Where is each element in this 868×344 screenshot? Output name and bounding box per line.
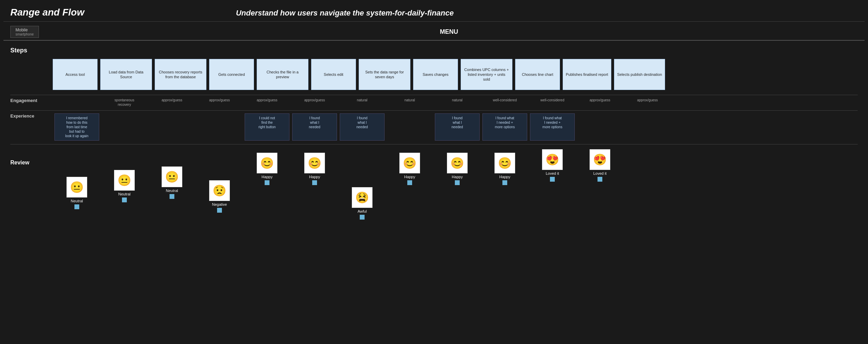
- divider-1: [10, 95, 858, 95]
- engagement-cell-5: approx/guess: [292, 98, 337, 107]
- engagement-cells: spontaneous recovery approx/guess approx…: [54, 98, 858, 107]
- review-cell-3: 😟 Negative: [197, 180, 242, 220]
- tab-mobile-label: Mobile: [16, 28, 34, 32]
- review-cell-8: 😊 Happy: [435, 153, 480, 220]
- experience-row: Experience I remembered how to do this f…: [10, 113, 858, 141]
- experience-cell-9: I found what I needed + more options: [482, 113, 527, 141]
- engagement-row: Engagement spontaneous recovery approx/g…: [10, 98, 858, 107]
- experience-cell-5: I found what I needed: [292, 113, 337, 141]
- engagement-cell-12: approx/guess: [625, 98, 670, 107]
- emoji-10: 😍: [542, 149, 563, 170]
- emoji-indicator-2: [170, 194, 174, 199]
- emoji-9: 😊: [494, 153, 515, 173]
- review-cell-5: 😊 Happy: [292, 153, 337, 220]
- experience-cell-8: I found what I needed: [435, 113, 480, 141]
- tab-mobile-sublabel: smartphone: [16, 32, 34, 36]
- emoji-4: 😊: [257, 153, 277, 173]
- experience-cell-12: [625, 113, 670, 141]
- engagement-cell-2: approx/guess: [150, 98, 194, 107]
- experience-label: Experience: [10, 113, 52, 119]
- engagement-cell-1: spontaneous recovery: [102, 98, 147, 107]
- step-card-4[interactable]: Gets connected: [209, 59, 254, 90]
- phase-label: MENU: [440, 28, 458, 36]
- step-card-1[interactable]: Access tool: [53, 59, 98, 90]
- emoji-2: 😐: [162, 166, 182, 187]
- emoji-label-10: Loved it: [546, 171, 559, 175]
- review-cell-2: 😐 Neutral: [150, 166, 194, 220]
- emoji-label-2: Neutral: [166, 189, 178, 193]
- header: Range and Flow Understand how users navi…: [3, 3, 865, 22]
- experience-cell-11: [578, 113, 622, 141]
- emoji-label-11: Loved it: [593, 171, 607, 175]
- emoji-1: 😐: [114, 170, 135, 191]
- experience-cell-10: I found what I needed + more options: [530, 113, 575, 141]
- step-card-8[interactable]: Saves changes: [413, 59, 458, 90]
- step-card-3[interactable]: Chooses recovery reports from the databa…: [155, 59, 206, 90]
- emoji-label-0: Neutral: [71, 199, 83, 203]
- step-card-6[interactable]: Selects edit: [311, 59, 356, 90]
- emoji-label-7: Happy: [404, 175, 415, 179]
- tab-mobile[interactable]: Mobile smartphone: [10, 26, 39, 38]
- review-cells: 😐 Neutral 😐 Neutral 😐 Neutral: [54, 149, 858, 220]
- engagement-cell-9: well-considered: [482, 98, 527, 107]
- step-card-7[interactable]: Sets the data range for seven days: [359, 59, 410, 90]
- header-title: Range and Flow: [10, 7, 84, 18]
- emoji-label-1: Neutral: [118, 192, 130, 196]
- engagement-cell-7: natural: [387, 98, 432, 107]
- emoji-indicator-5: [312, 180, 317, 185]
- divider-3: [10, 144, 858, 144]
- step-card-2[interactable]: Load data from Data Source: [100, 59, 152, 90]
- review-cell-6: 😫 Awful: [340, 187, 385, 220]
- emoji-indicator-7: [407, 180, 412, 185]
- engagement-cell-11: approx/guess: [578, 98, 622, 107]
- experience-cell-7: [387, 113, 432, 141]
- step-card-9[interactable]: Combines UPC columns + listed inventory …: [461, 59, 512, 90]
- emoji-indicator-10: [550, 177, 555, 182]
- engagement-cell-4: approx/guess: [245, 98, 289, 107]
- engagement-cell-8: natural: [435, 98, 480, 107]
- experience-cell-2: [150, 113, 194, 141]
- emoji-indicator-11: [598, 177, 602, 182]
- steps-container: Access tool Load data from Data Source C…: [3, 55, 865, 93]
- experience-cell-3: [197, 113, 242, 141]
- experience-section: Experience I remembered how to do this f…: [3, 112, 865, 143]
- review-label: Review: [10, 149, 52, 166]
- step-card-5[interactable]: Checks the file in a preview: [257, 59, 308, 90]
- review-section: Review 😐 Neutral 😐 Neutral 😐 Neut: [3, 146, 865, 223]
- emoji-0: 😐: [67, 177, 87, 198]
- step-card-12[interactable]: Selects publish destination: [614, 59, 665, 90]
- emoji-11: 😍: [590, 149, 610, 170]
- review-row: Review 😐 Neutral 😐 Neutral 😐 Neut: [10, 149, 858, 220]
- engagement-cell-3: approx/guess: [197, 98, 242, 107]
- steps-section-label: Steps: [3, 44, 865, 55]
- review-cell-9: 😊 Happy: [482, 153, 527, 220]
- emoji-6: 😫: [352, 187, 372, 208]
- step-card-11[interactable]: Publishes finalised report: [563, 59, 611, 90]
- review-cell-10: 😍 Loved it: [530, 149, 575, 220]
- emoji-indicator-6: [360, 215, 365, 220]
- emoji-label-5: Happy: [309, 175, 320, 179]
- engagement-spacer: [54, 98, 99, 107]
- tabs-row: Mobile smartphone MENU: [3, 24, 865, 41]
- review-cell-1: 😐 Neutral: [102, 170, 147, 220]
- engagement-cell-10: well-considered: [530, 98, 575, 107]
- emoji-3: 😟: [209, 180, 230, 201]
- engagement-label: Engagement: [10, 98, 52, 103]
- experience-cell-0: I remembered how to do this from last ti…: [54, 113, 99, 141]
- experience-cell-1: [102, 113, 147, 141]
- emoji-indicator-3: [217, 208, 222, 213]
- emoji-indicator-9: [502, 180, 507, 185]
- emoji-label-3: Negative: [212, 202, 227, 206]
- emoji-indicator-8: [455, 180, 460, 185]
- emoji-7: 😊: [399, 153, 420, 173]
- review-cell-4: 😊 Happy: [245, 153, 289, 220]
- emoji-label-4: Happy: [262, 175, 273, 179]
- emoji-indicator-4: [265, 180, 269, 185]
- page: Range and Flow Understand how users navi…: [0, 0, 868, 344]
- experience-cell-6: I found what I needed: [340, 113, 385, 141]
- emoji-8: 😊: [447, 153, 468, 173]
- step-card-10[interactable]: Chooses line chart: [515, 59, 560, 90]
- engagement-section: Engagement spontaneous recovery approx/g…: [3, 97, 865, 109]
- review-cell-0: 😐 Neutral: [54, 177, 99, 220]
- emoji-label-8: Happy: [452, 175, 463, 179]
